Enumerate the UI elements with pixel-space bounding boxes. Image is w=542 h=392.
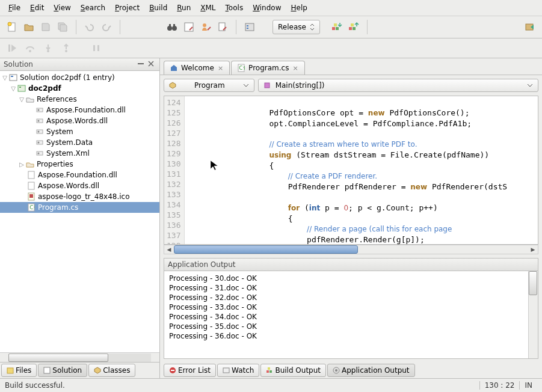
tree-reference-item[interactable]: Aspose.Foundation.dll [0,105,159,115]
open-folder-icon[interactable] [22,20,36,34]
step-over-icon[interactable] [23,41,37,55]
menubar: File Edit View Search Project Build Run … [0,0,542,16]
build-output-icon [266,367,273,374]
scroll-left-icon[interactable]: ◀ [164,247,174,253]
output-tabs: Error List Watch Build Output Applicatio… [160,363,542,378]
tree-reference-item[interactable]: System.Data [0,137,159,148]
solution-panel: Solution ▽ Solution doc2pdf (1 entry) ▽ … [0,58,160,378]
tab-build-output[interactable]: Build Output [260,364,326,377]
menu-run[interactable]: Run [172,2,196,14]
svg-rect-29 [19,87,21,88]
goto-type-icon[interactable] [182,20,196,34]
menu-file[interactable]: File [4,2,25,14]
nav-forward-icon[interactable] [523,20,537,34]
save-icon[interactable] [38,20,53,34]
svg-rect-28 [18,85,25,91]
svg-point-1 [8,22,11,26]
tree-properties-node[interactable]: ▷ Properties [0,159,159,170]
continue-icon[interactable] [5,41,19,55]
chevron-down-icon [527,84,533,87]
method-dropdown[interactable]: Main(string[]) [258,79,538,92]
watch-icon [223,367,230,374]
menu-help[interactable]: Help [286,2,312,14]
step-out-icon[interactable] [59,41,73,55]
minimize-panel-icon[interactable] [137,60,146,69]
menu-view[interactable]: View [49,2,75,14]
app-output-icon [333,367,340,374]
tab-error-list[interactable]: Error List [164,364,216,377]
close-panel-icon[interactable] [147,60,156,69]
tree-references-node[interactable]: ▽ References [0,94,159,105]
menu-xml[interactable]: XML [196,2,220,14]
step-into-icon[interactable] [41,41,55,55]
build-icon[interactable] [330,20,344,34]
undo-icon[interactable] [82,20,97,34]
tree-reference-item[interactable]: Aspose.Words.dll [0,115,159,126]
menu-build[interactable]: Build [144,2,172,14]
status-mode: IN [519,381,537,390]
close-tab-icon[interactable]: × [292,64,298,72]
menu-tools[interactable]: Tools [221,2,248,14]
menu-edit[interactable]: Edit [25,2,49,14]
close-tab-icon[interactable]: × [218,64,223,72]
svg-rect-50 [265,83,269,88]
output-panel: Application Output Processing - 30.doc -… [164,258,538,359]
editor-tab-program[interactable]: c# Program.cs × [231,61,305,75]
svg-rect-14 [334,23,337,26]
solution-tree[interactable]: ▽ Solution doc2pdf (1 entry) ▽ doc2pdf ▽… [0,71,159,352]
settings-icon[interactable] [242,20,257,34]
goto-file-icon[interactable] [215,20,230,34]
tree-reference-item[interactable]: System [0,126,159,137]
goto-member-icon[interactable] [199,20,213,34]
build-config-label: Release [278,23,306,31]
editor-tabs: Welcome × c# Program.cs × [160,58,542,75]
line-gutter: 1241251261271281291301311321331341351361… [164,96,185,244]
tree-project-node[interactable]: ▽ doc2pdf [0,83,159,94]
svg-rect-17 [351,23,354,26]
editor-hscrollbar[interactable]: ◀ ▶ [164,245,538,254]
tree-file-item[interactable]: Aspose.Words.dll [0,180,159,191]
tab-solution[interactable]: Solution [38,364,87,377]
svg-rect-5 [173,24,175,27]
binoculars-icon[interactable] [165,20,179,34]
build-config-dropdown[interactable]: Release [273,20,320,34]
svg-rect-54 [266,370,269,373]
tab-application-output[interactable]: Application Output [327,364,415,377]
tree-reference-item[interactable]: System.Xml [0,148,159,159]
tree-solution-node[interactable]: ▽ Solution doc2pdf (1 entry) [0,72,159,83]
save-all-icon[interactable] [55,20,70,34]
hscroll-thumb[interactable] [174,245,358,254]
scroll-right-icon[interactable]: ▶ [528,247,538,253]
statusbar: Build successful. 130 : 22 IN [0,378,542,392]
tree-file-item[interactable]: c# Program.cs [0,202,159,213]
menu-search[interactable]: Search [76,2,110,14]
code-content[interactable]: PdfOptionsCore opt = new PdfOptionsCore(… [185,96,538,244]
svg-point-21 [47,50,49,52]
home-icon [170,64,177,72]
menu-project[interactable]: Project [110,2,144,14]
menu-window[interactable]: Window [248,2,286,14]
solution-hscrollbar[interactable] [0,352,159,362]
svg-rect-52 [171,370,174,371]
tab-files[interactable]: Files [1,364,37,377]
output-body[interactable]: Processing - 30.doc - OK Processing - 31… [164,271,538,358]
code-editor[interactable]: 1241251261271281291301311321331341351361… [164,96,538,245]
mouse-cursor [210,160,220,172]
tree-file-item[interactable]: aspose-logo_tr_48x48.ico [0,191,159,202]
tree-file-item[interactable]: Aspose.Foundation.dll [0,170,159,180]
output-vscrollbar[interactable] [528,271,538,358]
code-breadcrumb: Program Main(string[]) [160,75,542,96]
svg-rect-41 [28,182,34,189]
editor-tab-welcome[interactable]: Welcome × [164,61,230,75]
output-line: Processing - 32.doc - OK [169,293,533,302]
output-panel-title: Application Output [164,259,538,271]
redo-icon[interactable] [99,20,114,34]
new-file-icon[interactable] [5,20,19,34]
class-dropdown[interactable]: Program [164,79,254,92]
rebuild-icon[interactable] [346,20,361,34]
csharp-file-icon: c# [238,64,245,72]
tab-classes[interactable]: Classes [88,364,135,377]
svg-rect-40 [28,171,34,179]
tab-watch[interactable]: Watch [217,364,259,377]
pause-icon[interactable] [89,41,103,55]
